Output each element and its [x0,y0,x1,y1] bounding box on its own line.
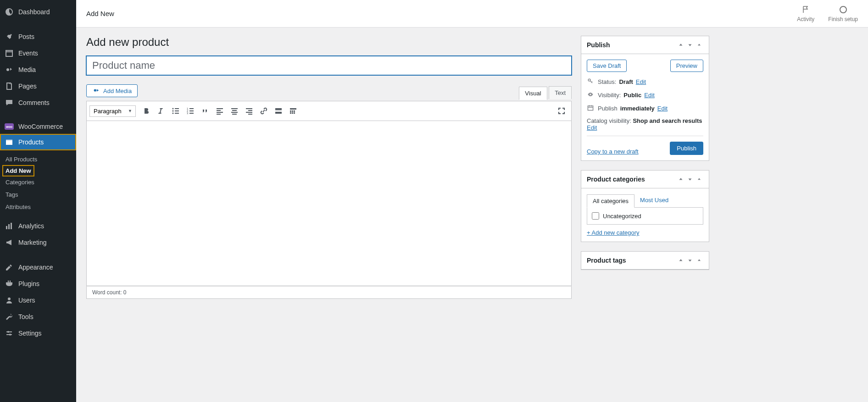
move-up-button[interactable] [677,175,685,183]
sidebar-label: Comments [18,99,50,106]
topbar: Add New Activity Finish setup [76,0,868,28]
publish-button[interactable]: Publish [670,142,703,155]
sidebar-item-events[interactable]: Events [0,45,76,61]
finish-label: Finish setup [828,16,858,22]
edit-status-link[interactable]: Edit [636,78,646,85]
sidebar-item-tools[interactable]: Tools [0,308,76,325]
media-icon [5,65,14,74]
toggle-panel-button[interactable] [695,175,703,183]
sidebar-label: Settings [18,330,42,337]
submenu-tags[interactable]: Tags [0,188,76,201]
sidebar-item-products[interactable]: Products [0,134,76,150]
tab-most-used[interactable]: Most Used [634,194,674,207]
category-checkbox[interactable] [592,212,599,220]
sidebar-label: Posts [18,33,34,40]
toolbar-toggle-button[interactable] [286,104,300,118]
align-left-button[interactable] [213,104,227,118]
sidebar-item-analytics[interactable]: Analytics [0,218,76,234]
visibility-label: Visibility: [598,92,621,99]
align-center-button[interactable] [228,104,241,118]
toggle-panel-button[interactable] [695,41,703,49]
tab-all-categories[interactable]: All categories [587,194,634,208]
fullscreen-button[interactable] [555,104,568,118]
copy-draft-link[interactable]: Copy to a new draft [587,148,639,155]
blockquote-button[interactable] [198,104,212,118]
move-up-button[interactable] [677,41,685,49]
woo-icon: woo [5,123,14,130]
calendar-icon [5,49,14,58]
visibility-value: Public [623,92,641,99]
sidebar-item-pages[interactable]: Pages [0,78,76,94]
submenu-all-products[interactable]: All Products [0,153,76,165]
italic-button[interactable] [154,104,168,118]
bullet-list-button[interactable] [169,104,183,118]
sidebar-item-appearance[interactable]: Appearance [0,259,76,275]
topbar-title: Add New [86,10,114,17]
align-right-button[interactable] [242,104,256,118]
svg-point-15 [172,113,174,114]
edit-visibility-link[interactable]: Edit [644,92,654,99]
link-button[interactable] [257,104,271,118]
topbar-actions: Activity Finish setup [797,5,858,22]
bold-button[interactable] [139,104,153,118]
svg-rect-37 [275,108,282,110]
submenu-categories[interactable]: Categories [0,176,76,188]
tab-visual[interactable]: Visual [519,87,547,100]
svg-rect-45 [292,112,293,114]
save-draft-button[interactable]: Save Draft [587,60,627,72]
publish-metabox: Publish Save Draft Preview Status: [581,36,709,161]
product-name-input[interactable] [86,56,572,75]
category-item-uncategorized[interactable]: Uncategorized [592,212,698,220]
svg-rect-48 [588,106,593,110]
submenu-attributes[interactable]: Attributes [0,201,76,213]
move-down-button[interactable] [686,41,694,49]
numbered-list-button[interactable]: 123 [184,104,197,118]
sidebar-label: Dashboard [18,8,50,16]
svg-rect-18 [175,113,179,114]
move-down-button[interactable] [686,175,694,183]
sidebar-item-woocommerce[interactable]: woo WooCommerce [0,119,76,134]
sidebar-item-marketing[interactable]: Marketing [0,234,76,251]
pin-icon [5,32,14,41]
product-icon [5,138,14,147]
categories-metabox: Product categories All categories Most U… [581,170,709,242]
svg-rect-30 [232,110,237,111]
add-new-category-link[interactable]: + Add new category [587,229,640,236]
svg-point-14 [172,110,174,112]
svg-rect-38 [275,110,282,111]
sidebar-item-comments[interactable]: Comments [0,94,76,111]
sidebar-label: Plugins [18,280,39,287]
sidebar-label: Appearance [18,264,53,271]
categories-title: Product categories [587,176,645,183]
dashboard-icon [5,7,14,17]
edit-catalog-link[interactable]: Edit [587,124,597,131]
svg-rect-17 [175,110,179,111]
readmore-button[interactable] [272,104,285,118]
sidebar-label: WooCommerce [18,123,63,130]
edit-date-link[interactable]: Edit [657,105,668,112]
sidebar-item-dashboard[interactable]: Dashboard [0,4,76,20]
admin-sidebar: Dashboard Posts Events Media Pages Comme… [0,0,76,402]
move-up-button[interactable] [677,256,685,264]
activity-button[interactable]: Activity [797,5,814,22]
sidebar-label: Marketing [18,239,46,246]
sidebar-label: Users [18,297,35,304]
sidebar-item-media[interactable]: Media [0,61,76,78]
svg-point-9 [7,331,9,333]
finish-setup-button[interactable]: Finish setup [828,5,858,22]
submenu-add-new[interactable]: Add New [3,165,34,176]
sidebar-item-users[interactable]: Users [0,292,76,308]
analytics-icon [5,221,14,231]
move-down-button[interactable] [686,256,694,264]
sidebar-item-settings[interactable]: Settings [0,325,76,341]
toggle-panel-button[interactable] [695,256,703,264]
tab-text[interactable]: Text [549,86,572,99]
users-icon [5,296,14,305]
format-select[interactable]: Paragraph [89,105,136,117]
add-media-button[interactable]: Add Media [86,84,138,97]
editor-content[interactable] [86,121,572,286]
svg-rect-42 [292,110,293,112]
preview-button[interactable]: Preview [670,60,703,72]
sidebar-item-posts[interactable]: Posts [0,28,76,45]
sidebar-item-plugins[interactable]: Plugins [0,275,76,292]
